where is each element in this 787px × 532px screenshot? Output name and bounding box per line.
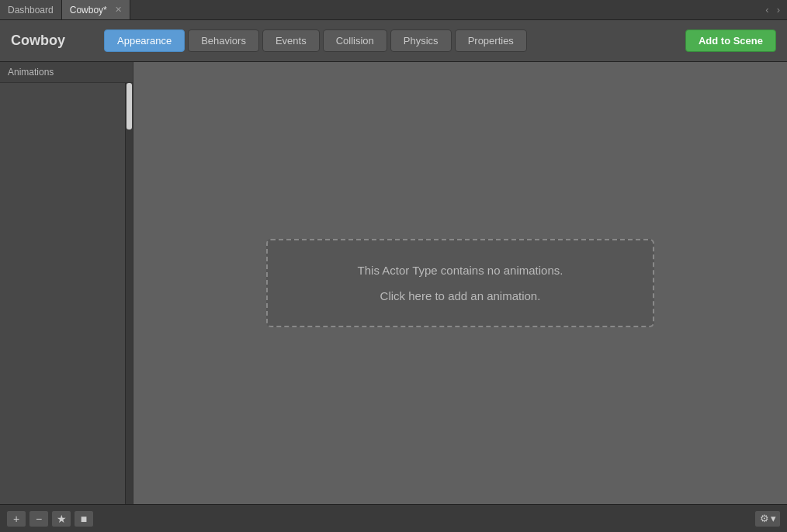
left-sidebar: Animations	[0, 62, 133, 504]
title-bar: Dashboard Cowboy* ✕ ‹ ›	[0, 0, 787, 20]
tab-close-icon[interactable]: ✕	[115, 5, 122, 15]
square-button[interactable]: ■	[74, 510, 94, 527]
actor-title: Cowboy	[11, 33, 88, 49]
remove-button[interactable]: −	[29, 510, 49, 527]
tab-events[interactable]: Events	[262, 29, 320, 52]
empty-state-line1: This Actor Type contains no animations.	[314, 264, 606, 277]
empty-state-box[interactable]: This Actor Type contains no animations. …	[266, 239, 654, 327]
scrollbar-thumb[interactable]	[127, 83, 132, 130]
tab-cowboy-label: Cowboy*	[70, 5, 107, 16]
tab-physics[interactable]: Physics	[390, 29, 452, 52]
sidebar-content	[0, 83, 133, 504]
bottom-toolbar: + − ★ ■ ⚙ ▾	[0, 504, 787, 532]
sidebar-list	[0, 83, 125, 504]
tab-properties[interactable]: Properties	[455, 29, 527, 52]
title-bar-nav: ‹ ›	[758, 0, 787, 19]
tab-appearance[interactable]: Appearance	[104, 29, 185, 52]
tab-behaviors[interactable]: Behaviors	[188, 29, 259, 52]
main-content[interactable]: This Actor Type contains no animations. …	[133, 62, 787, 504]
content-area: Animations This Actor Type contains no a…	[0, 62, 787, 504]
nav-left-icon[interactable]: ‹	[763, 2, 771, 17]
nav-right-icon[interactable]: ›	[775, 2, 782, 17]
header: Cowboy Appearance Behaviors Events Colli…	[0, 20, 787, 62]
add-button[interactable]: +	[6, 510, 26, 527]
tab-cowboy[interactable]: Cowboy* ✕	[62, 0, 130, 19]
gear-chevron-icon: ▾	[771, 513, 776, 524]
star-button[interactable]: ★	[51, 510, 71, 527]
sidebar-scrollbar[interactable]	[125, 83, 133, 504]
empty-state-line2: Click here to add an animation.	[314, 289, 606, 302]
gear-icon: ⚙	[760, 513, 769, 524]
gear-button[interactable]: ⚙ ▾	[754, 510, 781, 527]
tab-dashboard-label: Dashboard	[8, 5, 54, 16]
main-tabs: Appearance Behaviors Events Collision Ph…	[104, 29, 685, 52]
add-to-scene-button[interactable]: Add to Scene	[685, 29, 776, 52]
tab-collision[interactable]: Collision	[323, 29, 387, 52]
sidebar-header: Animations	[0, 62, 133, 83]
tab-dashboard[interactable]: Dashboard	[0, 0, 62, 19]
